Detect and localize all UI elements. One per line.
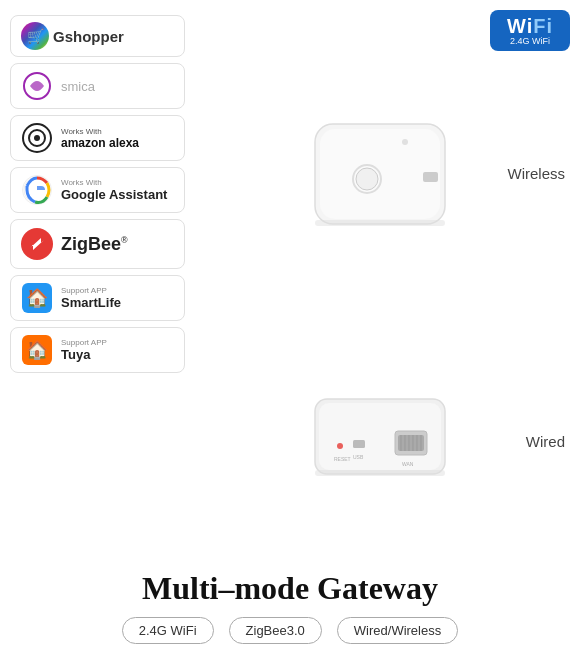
devices-column: WiFi 2.4G WiFi xyxy=(185,10,570,565)
alexa-text: Works With amazon alexa xyxy=(61,127,139,150)
svg-text:WAN: WAN xyxy=(402,461,414,467)
gshopper-name: Gshopper xyxy=(53,28,124,45)
alexa-small: Works With xyxy=(61,127,139,136)
alexa-badge: Works With amazon alexa xyxy=(10,115,185,161)
gshopper-badge: 🛒 Gshopper xyxy=(10,15,185,57)
wireless-device-wrap: Wireless xyxy=(195,114,570,234)
smica-icon xyxy=(21,70,53,102)
gshopper-icon: 🛒 xyxy=(21,22,49,50)
feature-pills: 2.4G WiFi ZigBee3.0 Wired/Wireless xyxy=(20,617,560,644)
svg-point-5 xyxy=(356,168,378,190)
pill-wifi: 2.4G WiFi xyxy=(122,617,214,644)
smartlife-badge: 🏠 Support APP SmartLife xyxy=(10,275,185,321)
product-title: Multi–mode Gateway xyxy=(20,570,560,607)
google-text: Works With Google Assistant xyxy=(61,178,167,202)
tuya-text: Support APP Tuya xyxy=(61,338,107,362)
wifi-badge: WiFi 2.4G WiFi xyxy=(490,10,570,51)
google-icon xyxy=(21,174,53,206)
smica-badge: smica xyxy=(10,63,185,109)
wireless-label: Wireless xyxy=(507,165,565,182)
smartlife-text: Support APP SmartLife xyxy=(61,286,121,310)
google-large: Google Assistant xyxy=(61,187,167,202)
alexa-large: amazon alexa xyxy=(61,136,139,150)
wifi-badge-box: WiFi 2.4G WiFi xyxy=(490,10,570,51)
gshopper-logo: 🛒 Gshopper xyxy=(21,22,124,50)
svg-point-12 xyxy=(337,443,343,449)
svg-rect-6 xyxy=(423,172,438,182)
main-container: 🛒 Gshopper smica xyxy=(0,0,580,662)
zigbee-name: ZigBee® xyxy=(61,234,128,255)
gshopper-cart-icon: 🛒 xyxy=(27,28,44,44)
tuya-icon: 🏠 xyxy=(21,334,53,366)
svg-rect-14 xyxy=(353,440,365,448)
smartlife-icon-symbol: 🏠 xyxy=(26,287,48,309)
smartlife-large: SmartLife xyxy=(61,295,121,310)
google-small: Works With xyxy=(61,178,167,187)
svg-text:USB: USB xyxy=(353,454,364,460)
smartlife-icon: 🏠 xyxy=(21,282,53,314)
svg-rect-8 xyxy=(315,220,445,226)
alexa-icon xyxy=(21,122,53,154)
wired-gateway-image: RESET USB WAN xyxy=(305,391,460,491)
tuya-large: Tuya xyxy=(61,347,107,362)
pill-wired-wireless: Wired/Wireless xyxy=(337,617,458,644)
svg-rect-17 xyxy=(398,435,424,451)
zigbee-badge: ZigBee® xyxy=(10,219,185,269)
pill-zigbee: ZigBee3.0 xyxy=(229,617,322,644)
smica-text: smica xyxy=(61,79,95,94)
zigbee-icon xyxy=(21,228,53,260)
top-section: 🛒 Gshopper smica xyxy=(10,10,570,565)
svg-point-7 xyxy=(402,139,408,145)
tuya-icon-symbol: 🏠 xyxy=(26,339,48,361)
svg-text:RESET: RESET xyxy=(334,456,351,462)
tuya-small: Support APP xyxy=(61,338,107,347)
svg-rect-11 xyxy=(315,470,445,476)
wired-device-wrap: RESET USB WAN Wired xyxy=(195,391,570,491)
wireless-gateway-image xyxy=(305,114,460,234)
wifi-text-top: WiFi xyxy=(498,15,562,38)
bottom-section: Multi–mode Gateway 2.4G WiFi ZigBee3.0 W… xyxy=(10,565,570,652)
badges-column: 🛒 Gshopper smica xyxy=(10,10,185,565)
wired-label: Wired xyxy=(526,433,565,450)
tuya-badge: 🏠 Support APP Tuya xyxy=(10,327,185,373)
smartlife-small: Support APP xyxy=(61,286,121,295)
google-badge: Works With Google Assistant xyxy=(10,167,185,213)
